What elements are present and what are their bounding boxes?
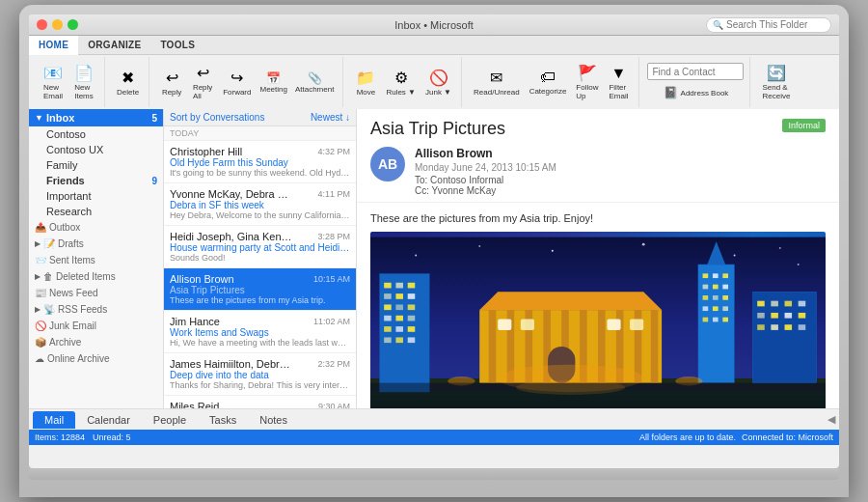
svg-rect-59 — [713, 295, 719, 300]
forward-icon: ↪ — [231, 69, 243, 87]
sidebar-junk[interactable]: 🚫 Junk Email — [29, 318, 163, 334]
search-input[interactable] — [726, 19, 825, 30]
avatar-initials: AB — [378, 156, 397, 172]
find-contact-input[interactable] — [647, 63, 744, 80]
svg-rect-53 — [713, 273, 719, 278]
rss-arrow-icon: ▶ — [35, 305, 41, 314]
reply-button[interactable]: ↩ Reply — [157, 67, 186, 98]
meeting-button[interactable]: 📅 Meeting — [257, 70, 289, 95]
title-bar: Inbox • Microsoft 🔍 — [29, 14, 839, 36]
sidebar-item-important[interactable]: Important — [29, 188, 163, 204]
categorize-button[interactable]: 🏷 Categorize — [526, 67, 571, 98]
status-bar: Items: 12884 Unread: 5 All folders are u… — [29, 430, 839, 445]
email-item-5[interactable]: James Haimiilton, Debra Garcia 2:32 PM D… — [164, 353, 356, 396]
email-item-1[interactable]: Yvonne McKay, Debra Garcia 4:11 PM Debra… — [164, 183, 356, 226]
minimize-button[interactable] — [52, 19, 63, 30]
time-5: 2:32 PM — [317, 359, 350, 369]
reading-body-text: These are the pictures from my Asia trip… — [370, 212, 826, 224]
send-receive-button[interactable]: 🔄 Send &Receive — [758, 62, 794, 102]
sidebar-drafts[interactable]: ▶ 📝 Drafts — [29, 236, 163, 252]
new-email-button[interactable]: 📧 NewEmail — [39, 62, 68, 102]
tab-home[interactable]: HOME — [29, 36, 78, 55]
main-area: ▼ Inbox 5 Contoso Contoso UX Family Frie… — [29, 109, 839, 408]
reading-body: These are the pictures from my Asia trip… — [357, 203, 839, 408]
reading-meta: AB Allison Brown Monday June 24, 2013 10… — [370, 147, 826, 196]
svg-rect-44 — [498, 320, 511, 330]
email-item-0[interactable]: Christopher Hill 4:32 PM Old Hyde Farm t… — [164, 141, 356, 183]
email-item-2[interactable]: Heidi Joseph, Gina Kennedy, Ralph Stamm,… — [164, 226, 356, 268]
email-list: Sort by Conversations Newest ↓ TODAY Chr… — [164, 109, 357, 408]
new-items-button[interactable]: 📄 NewItems — [69, 62, 98, 102]
sidebar-archive[interactable]: 📦 Archive — [29, 334, 163, 350]
deleted-icon: 🗑 — [43, 271, 53, 282]
reply-all-icon: ↩ — [197, 64, 209, 82]
sidebar-inbox[interactable]: ▼ Inbox 5 — [29, 109, 163, 126]
move-button[interactable]: 📁 Move — [351, 67, 380, 98]
sidebar-item-contoso-ux[interactable]: Contoso UX — [29, 142, 163, 157]
sender-0: Christopher Hill — [170, 146, 242, 157]
svg-rect-71 — [785, 301, 793, 307]
filter-email-button[interactable]: ▼ FilterEmail — [604, 63, 633, 102]
preview-5: Thanks for Sharing, Debra! This is very … — [170, 380, 350, 390]
tab-notes[interactable]: Notes — [248, 411, 299, 429]
svg-rect-64 — [703, 318, 709, 322]
reply-all-button[interactable]: ↩ ReplyAll — [188, 62, 217, 102]
sidebar-item-research[interactable]: Research — [29, 204, 163, 219]
sidebar-rss[interactable]: ▶ 📡 RSS Feeds — [29, 301, 163, 318]
sidebar-deleted[interactable]: ▶ 🗑 Deleted Items — [29, 268, 163, 285]
new-items-icon: 📄 — [74, 64, 94, 82]
forward-button[interactable]: ↪ Forward — [219, 67, 255, 98]
rules-icon: ⚙ — [394, 69, 408, 87]
sort-label[interactable]: Sort by Conversations — [170, 112, 264, 123]
tab-mail[interactable]: Mail — [33, 411, 75, 429]
follow-up-button[interactable]: 🚩 FollowUp — [572, 62, 602, 102]
email-item-6[interactable]: Miles Reid 9:30 AM Summer Intern Talks S… — [164, 396, 356, 408]
svg-rect-19 — [395, 304, 403, 310]
rules-button[interactable]: ⚙ Rules ▼ — [382, 67, 420, 98]
sidebar-news-feed[interactable]: 📰 News Feed — [29, 285, 163, 301]
sidebar-item-friends[interactable]: Friends 9 — [29, 173, 163, 188]
archive-icon: 📦 — [35, 337, 46, 348]
email-item-4[interactable]: Jim Hance 11:02 AM Work Items and Swags … — [164, 311, 356, 353]
maximize-button[interactable] — [68, 19, 78, 30]
title-search-box[interactable]: 🔍 — [706, 17, 831, 33]
tab-organize[interactable]: ORGANIZE — [78, 36, 150, 54]
svg-rect-76 — [799, 313, 806, 319]
collapse-button[interactable]: ◀ — [827, 413, 835, 426]
delete-button[interactable]: ✖ Delete — [113, 67, 143, 98]
time-0: 4:32 PM — [317, 147, 350, 156]
svg-point-3 — [552, 250, 554, 252]
email-item-3[interactable]: Allison Brown 10:15 AM Asia Trip Picture… — [164, 268, 356, 311]
sender-5: James Haimiilton, Debra Garcia — [170, 358, 295, 370]
attachment-button[interactable]: 📎 Attachment — [292, 70, 337, 95]
sidebar-item-family[interactable]: Family — [29, 157, 163, 173]
online-archive-icon: ☁ — [35, 353, 44, 364]
sidebar-online-archive[interactable]: ☁ Online Archive — [29, 350, 163, 367]
tab-calendar[interactable]: Calendar — [75, 411, 142, 429]
read-unread-icon: ✉ — [490, 69, 502, 87]
time-3: 10:15 AM — [313, 274, 350, 284]
close-button[interactable] — [37, 19, 47, 30]
junk-button[interactable]: 🚫 Junk ▼ — [421, 67, 455, 98]
reading-sender: Allison Brown — [415, 147, 556, 160]
screen: Inbox • Microsoft 🔍 HOME ORGANIZE TOOLS … — [29, 14, 839, 468]
sidebar-sent[interactable]: 📨 Sent Items — [29, 252, 163, 268]
preview-2: Sounds Good! — [170, 253, 350, 263]
sidebar-item-contoso[interactable]: Contoso — [29, 126, 163, 142]
read-unread-button[interactable]: ✉ Read/Unread — [470, 67, 524, 98]
tab-tasks[interactable]: Tasks — [198, 411, 248, 429]
address-book-button[interactable]: 📓 Address Book — [660, 84, 733, 101]
time-4: 11:02 AM — [313, 317, 350, 326]
news-icon: 📰 — [35, 288, 46, 298]
newest-label[interactable]: Newest ↓ — [311, 112, 350, 123]
svg-rect-77 — [757, 324, 765, 330]
inbox-count: 5 — [151, 113, 157, 124]
svg-rect-28 — [395, 337, 403, 343]
svg-rect-78 — [771, 324, 778, 330]
email-title: Asia Trip Pictures — [370, 119, 505, 139]
tab-people[interactable]: People — [142, 411, 198, 429]
tab-tools[interactable]: TOOLS — [150, 36, 204, 54]
svg-point-1 — [415, 255, 417, 257]
sidebar-outbox[interactable]: 📤 Outbox — [29, 219, 163, 236]
sender-1: Yvonne McKay, Debra Garcia — [170, 188, 295, 200]
